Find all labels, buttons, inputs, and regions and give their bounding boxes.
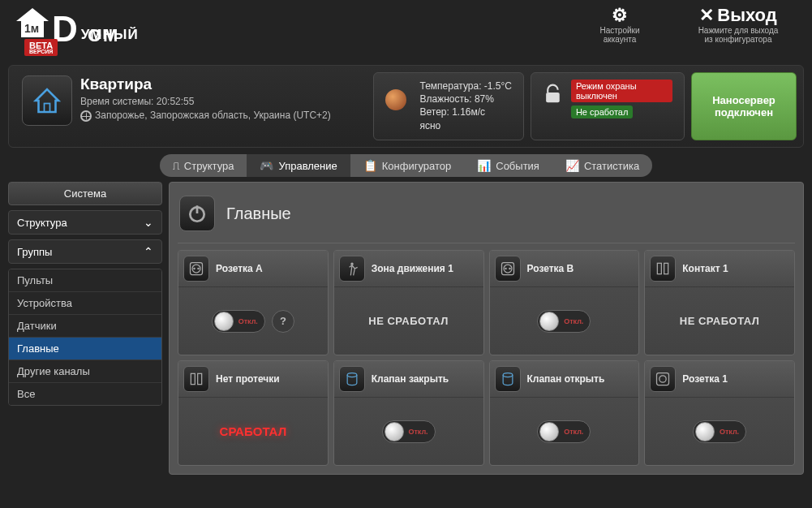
clipboard-icon: 📋	[363, 159, 377, 172]
settings-button[interactable]: ⚙ Настройки аккаунта	[575, 5, 664, 44]
contact-icon	[183, 366, 209, 392]
device-card: Контакт 1НЕ СРАБОТАЛ	[644, 250, 795, 355]
home-icon	[22, 75, 72, 126]
device-card: Нет протечкиСРАБОТАЛ	[178, 360, 329, 466]
toggle-switch[interactable]: Откл.	[537, 310, 591, 333]
exit-button[interactable]: ✕ Выход Нажмите для выхода из конфигурат…	[677, 5, 799, 44]
bars-icon: 📈	[565, 159, 579, 172]
svg-point-7	[193, 268, 195, 270]
main-tabs: ⎍Структура 🎮Управление 📋Конфигуратор 📊Со…	[0, 154, 812, 177]
card-title: Розетка В	[527, 263, 574, 274]
sidebar-item[interactable]: Главные	[9, 338, 161, 360]
security-status-badge: Не сработал	[571, 105, 633, 118]
beta-badge: BETA ВЕРСИЯ	[24, 39, 58, 56]
sidebar-system-header: Система	[8, 182, 162, 205]
svg-text:1м: 1м	[24, 22, 39, 35]
sidebar-groups-accordion[interactable]: Группы ⌃	[8, 239, 162, 264]
svg-point-13	[509, 268, 511, 270]
sidebar-item[interactable]: Пульты	[9, 269, 161, 292]
toggle-switch[interactable]: Откл.	[693, 420, 746, 443]
chevron-down-icon: ⌄	[144, 216, 153, 229]
svg-rect-2	[546, 93, 560, 102]
chevron-up-icon: ⌃	[144, 245, 153, 258]
svg-point-21	[659, 376, 666, 382]
svg-rect-1	[45, 104, 50, 113]
crane-icon: ⎍	[173, 159, 179, 172]
status-label: НЕ СРАБОТАЛ	[680, 315, 760, 327]
sidebar-structure-accordion[interactable]: Структура ⌄	[8, 210, 162, 235]
contact-icon	[650, 256, 676, 282]
weather-card: Температура: -1.5°C Влажность: 87% Ветер…	[373, 72, 524, 140]
valve-icon	[495, 366, 521, 392]
weather-icon	[385, 89, 406, 110]
section-title: Главные	[226, 204, 291, 223]
card-title: Нет протечки	[216, 373, 280, 385]
tab-events[interactable]: 📊События	[464, 154, 552, 177]
home-title: Квартира	[80, 75, 331, 93]
sidebar-item[interactable]: Другие каналы	[9, 360, 161, 383]
svg-point-19	[503, 373, 513, 377]
valve-icon	[339, 366, 365, 392]
toggle-switch[interactable]: Откл.	[382, 420, 436, 443]
card-title: Розетка А	[216, 263, 263, 274]
card-title: Зона движения 1	[372, 263, 453, 274]
motion-icon	[339, 256, 365, 282]
logo: 1м D УМНЫЙ ОМ BETA ВЕРСИЯ	[13, 5, 139, 46]
lock-open-icon	[543, 83, 563, 105]
socket-icon	[495, 256, 521, 282]
device-card: Розетка ВОткл.	[489, 250, 640, 355]
svg-rect-17	[198, 373, 202, 384]
security-mode-badge: Режим охраны выключен	[571, 80, 672, 102]
svg-rect-15	[664, 263, 668, 273]
tab-structure[interactable]: ⎍Структура	[160, 154, 247, 177]
svg-rect-14	[658, 263, 662, 273]
device-card: Клапан закрытьОткл.	[333, 360, 484, 466]
sidebar-item[interactable]: Все	[9, 383, 161, 405]
tab-control[interactable]: 🎮Управление	[247, 154, 350, 177]
close-icon: ✕	[699, 5, 714, 26]
card-title: Клапан закрыть	[372, 373, 449, 385]
card-title: Розетка 1	[682, 373, 728, 385]
help-icon[interactable]: ?	[272, 310, 294, 333]
svg-rect-20	[657, 373, 669, 385]
status-panel: Квартира Время системы: 20:52:55 Запорож…	[8, 65, 804, 148]
home-card: Квартира Время системы: 20:52:55 Запорож…	[15, 72, 367, 140]
device-card: Клапан открытьОткл.	[489, 360, 640, 466]
toggle-switch[interactable]: Откл.	[212, 310, 265, 333]
content-panel: Главные Розетка АОткл.?Зона движения 1НЕ…	[169, 182, 804, 475]
toggle-switch[interactable]: Откл.	[537, 420, 591, 443]
status-label: НЕ СРАБОТАЛ	[368, 315, 449, 327]
svg-rect-16	[191, 373, 195, 384]
security-card: Режим охраны выключен Не сработал	[531, 72, 685, 140]
device-card: Зона движения 1НЕ СРАБОТАЛ	[333, 250, 484, 355]
server-status-card: Наносерверподключен	[691, 72, 797, 140]
svg-point-12	[505, 268, 507, 270]
gear-icon: ⚙	[612, 5, 628, 26]
socket-icon	[183, 256, 209, 282]
chart-icon: 📊	[477, 159, 491, 172]
sidebar: Система Структура ⌄ Группы ⌃ ПультыУстро…	[8, 182, 162, 475]
device-card: Розетка 1Откл.	[644, 360, 795, 466]
card-title: Клапан открыть	[527, 373, 605, 385]
status-alert-label: СРАБОТАЛ	[220, 424, 287, 438]
svg-point-8	[197, 268, 200, 270]
globe-icon	[80, 110, 92, 122]
power-icon	[179, 196, 215, 231]
sidebar-item[interactable]: Датчики	[9, 315, 161, 338]
gamepad-icon: 🎮	[260, 159, 273, 172]
socket2-icon	[650, 366, 676, 392]
device-card: Розетка АОткл.?	[178, 250, 329, 355]
card-title: Контакт 1	[682, 263, 728, 274]
svg-point-18	[347, 373, 357, 377]
tab-stats[interactable]: 📈Статистика	[552, 154, 652, 177]
tab-config[interactable]: 📋Конфигуратор	[350, 154, 464, 177]
sidebar-item[interactable]: Устройства	[9, 292, 161, 315]
